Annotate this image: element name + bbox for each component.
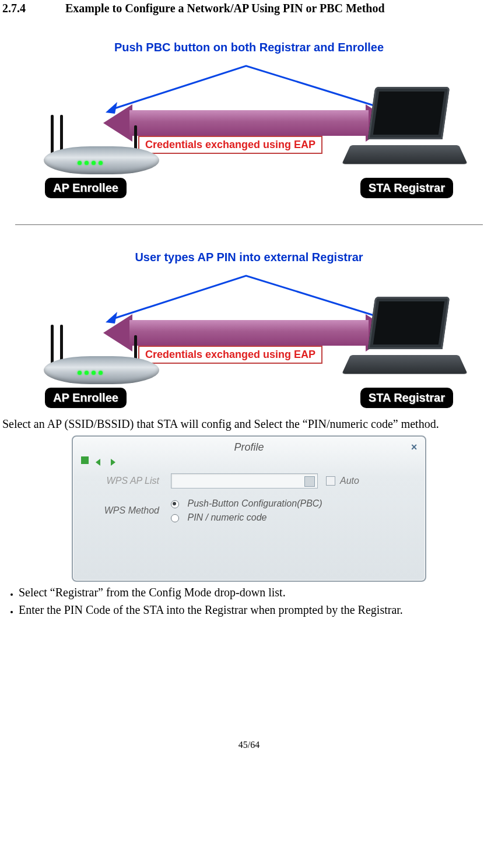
laptop-icon <box>350 297 459 384</box>
auto-checkbox[interactable] <box>326 476 335 486</box>
svg-marker-4 <box>96 459 100 466</box>
section-title: Example to Configure a Network/AP Using … <box>65 2 385 15</box>
svg-marker-5 <box>111 459 115 466</box>
list-item: Select “Registrar” from the Config Mode … <box>19 585 496 600</box>
wps-ap-list-combo[interactable] <box>171 473 318 489</box>
paragraph-select-ap: Select an AP (SSID/BSSID) that STA will … <box>2 417 496 431</box>
radio-pbc[interactable] <box>171 500 179 508</box>
list-item: Enter the PIN Code of the STA into the R… <box>19 603 496 617</box>
close-icon[interactable]: × <box>411 441 417 454</box>
diagram-pin-title: User types AP PIN into external Registra… <box>27 251 471 264</box>
section-heading: 2.7.4Example to Configure a Network/AP U… <box>2 2 496 15</box>
pink-arrow-bar <box>129 110 369 136</box>
divider <box>15 224 483 225</box>
role-ap-enrollee: AP Enrollee <box>45 178 127 198</box>
router-icon <box>44 324 159 384</box>
dialog-title: Profile <box>234 441 264 453</box>
profile-dialog: Profile × WPS AP List Auto WPS Method <box>72 435 426 582</box>
credentials-label: Credentials exchanged using EAP <box>138 136 322 154</box>
role-sta-registrar: STA Registrar <box>360 178 453 198</box>
role-ap-enrollee: AP Enrollee <box>45 388 127 408</box>
back-icon[interactable] <box>94 456 103 464</box>
radio-pin-label: PIN / numeric code <box>187 512 266 522</box>
instruction-list: Select “Registrar” from the Config Mode … <box>2 585 496 617</box>
radio-pbc-label: Push-Button Configuration(PBC) <box>187 498 322 508</box>
router-icon <box>44 114 159 174</box>
wps-ap-list-label: WPS AP List <box>86 476 171 486</box>
page-number: 45/64 <box>2 740 496 756</box>
stop-icon[interactable] <box>81 456 89 464</box>
role-sta-registrar: STA Registrar <box>360 388 453 408</box>
pink-arrow-bar <box>129 320 369 346</box>
section-number: 2.7.4 <box>2 2 65 15</box>
auto-label: Auto <box>340 476 359 486</box>
wps-method-label: WPS Method <box>86 505 171 516</box>
diagram-pbc-title: Push PBC button on both Registrar and En… <box>27 41 471 54</box>
radio-pin[interactable] <box>171 514 179 522</box>
diagram-pin: User types AP PIN into external Registra… <box>27 251 471 413</box>
diagram-pbc: Push PBC button on both Registrar and En… <box>27 41 471 203</box>
laptop-icon <box>350 87 459 174</box>
forward-icon[interactable] <box>108 456 117 464</box>
credentials-label: Credentials exchanged using EAP <box>138 346 322 364</box>
